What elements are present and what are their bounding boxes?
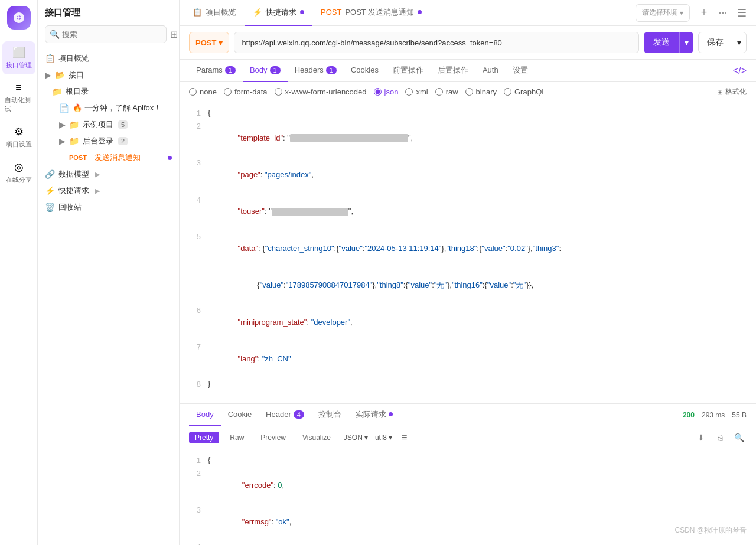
tree-search-row: 🔍 ⊞ + — [38, 23, 179, 48]
tab-headers-count: 1 — [326, 66, 337, 74]
resp-encoding-chevron: ▾ — [389, 433, 392, 442]
response-panel: Body Cookie Header 4 控制台 实际请求 — [180, 403, 756, 545]
tree-item-data-model[interactable]: 🔗 数据模型 ▶ — [38, 166, 179, 182]
env-select[interactable]: 请选择环境 ▾ — [636, 4, 690, 22]
resp-fmt-raw[interactable]: Raw — [224, 432, 250, 443]
resp-tab-header-label: Header — [266, 410, 291, 419]
req-tab-post[interactable]: 后置操作 — [431, 60, 475, 82]
tree-item-send-msg[interactable]: POST 发送消息通知 — [38, 149, 179, 166]
tree-item-api-group[interactable]: ▶ 📂 接口 — [38, 67, 179, 83]
login-expand-icon: ▶ — [59, 136, 66, 146]
tab-overview-label: 项目概览 — [206, 7, 236, 18]
resp-tab-cookie[interactable]: Cookie — [221, 404, 259, 426]
body-xml[interactable]: xml — [405, 87, 428, 96]
save-arrow-icon[interactable]: ▾ — [732, 32, 746, 53]
tree-item-intro[interactable]: 📄 🔥 一分钟，了解 Apifox！ — [38, 100, 179, 116]
json-key-2: "template_id" — [238, 133, 283, 142]
tree-item-overview[interactable]: 📋 项目概览 — [38, 50, 179, 67]
resp-wrap-btn[interactable]: ≡ — [397, 432, 412, 443]
app-logo — [7, 6, 31, 30]
body-graphql[interactable]: GraphQL — [504, 87, 546, 96]
req-tab-settings[interactable]: 设置 — [506, 60, 535, 82]
req-tab-headers[interactable]: Headers 1 — [288, 60, 344, 82]
send-button[interactable]: 发送 ▾ — [644, 32, 693, 53]
more-tabs-button[interactable]: ··· — [713, 4, 732, 22]
sidebar-item-api[interactable]: ⬜ 接口管理 — [2, 41, 35, 74]
body-json[interactable]: json — [374, 87, 399, 96]
req-tab-auth[interactable]: Auth — [475, 60, 506, 82]
example-expand-icon: ▶ — [59, 120, 66, 129]
request-bar: POST ▾ 发送 ▾ 保存 ▾ — [180, 26, 756, 60]
tab-quick-req[interactable]: ⚡ 快捷请求 — [245, 0, 312, 26]
tree-item-root[interactable]: 📁 根目录 — [38, 83, 179, 100]
resp-fmt-pretty[interactable]: Pretty — [189, 432, 219, 443]
tree-panel: 接口管理 🔍 ⊞ + 📋 项目概览 ▶ 📂 接口 📁 根目录 📄 🔥 一分钟，了… — [38, 0, 180, 545]
tree-item-label: 根目录 — [66, 86, 89, 97]
resp-content-3: "errmsg": "ok", — [208, 504, 291, 540]
tree-header: 接口管理 — [38, 0, 179, 23]
body-urlencoded[interactable]: x-www-form-urlencoded — [275, 87, 367, 96]
resp-num-2: 2 — [184, 467, 201, 480]
resp-format-select[interactable]: JSON ▾ — [344, 433, 368, 442]
resp-header-count: 4 — [294, 410, 304, 419]
search-input[interactable] — [45, 25, 167, 43]
resp-download-btn[interactable]: ⬇ — [693, 430, 709, 445]
main-content: 📋 项目概览 ⚡ 快捷请求 POST POST 发送消息通知 请选择环境 ▾ +… — [180, 0, 756, 545]
quick-req-expand: ▶ — [95, 187, 100, 195]
tab-body-count: 1 — [270, 66, 281, 74]
resp-actual-dot — [389, 412, 393, 416]
method-select[interactable]: POST ▾ — [189, 32, 229, 53]
api-group-icon: 📂 — [55, 70, 65, 80]
resp-fmt-preview[interactable]: Preview — [255, 432, 292, 443]
sidebar-item-share[interactable]: ◎ 在线分享 — [2, 156, 35, 189]
tab-post-op-label: 后置操作 — [438, 65, 468, 76]
resp-encoding-select[interactable]: utf8 ▾ — [375, 433, 392, 442]
save-button[interactable]: 保存 ▾ — [698, 32, 747, 53]
body-raw[interactable]: raw — [435, 87, 458, 96]
tree-item-login[interactable]: ▶ 📁 后台登录 2 — [38, 133, 179, 149]
menu-button[interactable]: ☰ — [732, 4, 751, 22]
tab-overview[interactable]: 📋 项目概览 — [184, 0, 245, 26]
line-content-3: "page": "pages/index", — [208, 156, 314, 193]
resp-copy-btn[interactable]: ⎘ — [712, 430, 728, 445]
code-line-1: 1 { — [180, 107, 756, 120]
tree-item-trash[interactable]: 🗑️ 回收站 — [38, 199, 179, 216]
filter-button[interactable]: ⊞ — [170, 26, 178, 43]
resp-fmt-visualize[interactable]: Visualize — [296, 432, 337, 443]
json-str-5d: "thing18" — [446, 244, 477, 253]
req-tab-pre[interactable]: 前置操作 — [386, 60, 431, 82]
url-input[interactable] — [234, 32, 639, 53]
automation-icon: ≡ — [15, 81, 22, 94]
body-none[interactable]: none — [189, 87, 217, 96]
code-editor[interactable]: 1 { 2 "template_id": " ", 3 — [180, 102, 756, 403]
tree-item-example[interactable]: ▶ 📁 示例项目 5 — [38, 116, 179, 133]
resp-tab-console[interactable]: 控制台 — [311, 404, 348, 426]
body-formdata[interactable]: form-data — [224, 87, 268, 96]
code-view-button[interactable]: </> — [733, 66, 747, 76]
json-str-5g: "thing3" — [533, 244, 559, 253]
icon-sidebar: ⬜ 接口管理 ≡ 自动化测试 ⚙ 项目设置 ◎ 在线分享 — [0, 0, 38, 545]
add-tab-button[interactable]: + — [695, 4, 713, 22]
tab-quick-label: 快捷请求 — [266, 7, 296, 18]
req-tab-body[interactable]: Body 1 — [243, 60, 288, 82]
tree-item-label: 示例项目 — [83, 119, 113, 130]
resp-line-4: 4 "msgid": 345578425665006​7978 — [180, 541, 756, 545]
code-editor-content: 1 { 2 "template_id": " ", 3 — [180, 102, 756, 395]
sidebar-item-automation[interactable]: ≡ 自动化测试 — [2, 77, 35, 118]
send-arrow-icon[interactable]: ▾ — [679, 32, 693, 53]
resp-tab-actual[interactable]: 实际请求 — [348, 404, 400, 426]
tree-item-quick-req[interactable]: ⚡ 快捷请求 ▶ — [38, 182, 179, 199]
resp-tab-body[interactable]: Body — [189, 404, 221, 426]
format-button[interactable]: ⊞ 格式化 — [717, 87, 747, 97]
sidebar-item-settings[interactable]: ⚙ 项目设置 — [2, 120, 35, 154]
line-num-5: 5 — [184, 230, 201, 243]
req-tab-params[interactable]: Params 1 — [189, 60, 243, 82]
tab-quick-icon: ⚡ — [253, 8, 262, 17]
req-tab-cookies[interactable]: Cookies — [344, 60, 386, 82]
tab-send-msg[interactable]: POST POST 发送消息通知 — [312, 0, 430, 26]
resp-search-btn[interactable]: 🔍 — [731, 430, 747, 445]
resp-tab-header[interactable]: Header 4 — [259, 404, 311, 426]
data-model-expand: ▶ — [95, 171, 100, 178]
resp-format-label: JSON — [344, 433, 363, 442]
body-binary[interactable]: binary — [465, 87, 497, 96]
